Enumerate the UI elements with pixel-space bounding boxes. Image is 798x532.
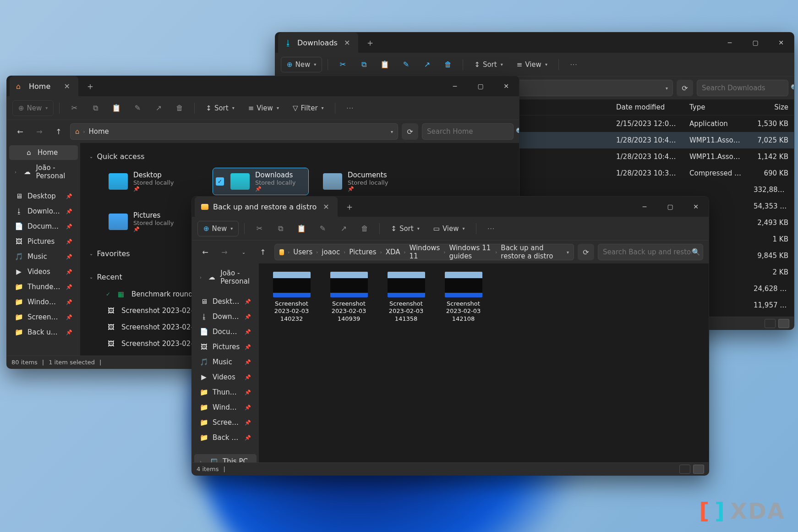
more-icon[interactable]: ⋯ bbox=[482, 220, 500, 237]
refresh-button[interactable]: ⟳ bbox=[578, 244, 594, 260]
new-button[interactable]: ⊕ New▾ bbox=[12, 100, 54, 116]
sidebar-item[interactable]: 🎵Music📌 bbox=[9, 249, 78, 264]
sidebar-item[interactable]: ▶Videos📌 bbox=[9, 264, 78, 279]
paste-icon[interactable]: 📋 bbox=[292, 220, 311, 237]
breadcrumb-segment[interactable]: Windows 11 bbox=[409, 244, 440, 260]
rename-icon[interactable]: ✎ bbox=[128, 100, 147, 116]
forward-button[interactable]: → bbox=[32, 124, 47, 139]
delete-icon[interactable]: 🗑 bbox=[355, 220, 374, 237]
close-button[interactable]: ✕ bbox=[493, 76, 519, 96]
rename-icon[interactable]: ✎ bbox=[313, 220, 332, 237]
close-button[interactable]: ✕ bbox=[768, 33, 794, 53]
quick-access-item[interactable]: PicturesStored locally📌 bbox=[106, 205, 201, 238]
sidebar-item[interactable]: 📁Screenshots📌 bbox=[9, 310, 78, 324]
more-icon[interactable]: ⋯ bbox=[564, 56, 583, 73]
copy-icon[interactable]: ⧉ bbox=[86, 100, 104, 116]
close-button[interactable]: ✕ bbox=[683, 197, 709, 217]
search-input[interactable] bbox=[603, 248, 692, 256]
maximize-button[interactable]: ▢ bbox=[743, 33, 768, 53]
search-box[interactable]: 🔍 bbox=[598, 244, 703, 260]
file-thumbnail[interactable]: Screenshot2023-02-03142108 bbox=[442, 272, 485, 323]
refresh-button[interactable]: ⟳ bbox=[402, 123, 418, 140]
view-mode-toggle[interactable] bbox=[765, 319, 789, 328]
breadcrumb-segment[interactable]: Back up and restore a distro bbox=[501, 244, 563, 260]
file-thumbnail[interactable]: Screenshot2023-02-03140939 bbox=[327, 272, 371, 323]
share-icon[interactable]: ↗ bbox=[334, 220, 353, 237]
sort-button[interactable]: ↕ Sort▾ bbox=[200, 101, 240, 115]
sidebar-item[interactable]: 📁Back up and res📌 bbox=[194, 430, 257, 445]
paste-icon[interactable]: 📋 bbox=[376, 56, 394, 73]
sidebar-item[interactable]: 🎵Music📌 bbox=[194, 355, 257, 369]
delete-icon[interactable]: 🗑 bbox=[170, 100, 189, 116]
sidebar-item[interactable]: 📄Documents📌 bbox=[9, 219, 78, 234]
search-input[interactable] bbox=[427, 127, 516, 136]
view-button[interactable]: ≡ View▾ bbox=[511, 57, 553, 72]
sidebar-item[interactable]: ⭳Downloads📌 bbox=[9, 204, 78, 219]
sort-button[interactable]: ↕ Sort▾ bbox=[469, 57, 508, 72]
breadcrumb-segment[interactable]: joaoc bbox=[322, 248, 340, 256]
sidebar-item[interactable]: ›☁João - Personal bbox=[9, 160, 78, 183]
rename-icon[interactable]: ✎ bbox=[397, 56, 415, 73]
sidebar-item[interactable]: ▶Videos📌 bbox=[194, 370, 257, 384]
sidebar-item[interactable]: 🖥Desktop📌 bbox=[9, 189, 78, 203]
breadcrumb-segment[interactable]: Windows 11 guides bbox=[449, 244, 492, 260]
filter-button[interactable]: ▽ Filter▾ bbox=[287, 101, 329, 115]
search-input[interactable] bbox=[702, 84, 791, 92]
sidebar-item[interactable]: ›💻This PC bbox=[194, 454, 257, 462]
search-box[interactable]: 🔍 bbox=[697, 80, 788, 96]
new-button[interactable]: ⊕ New▾ bbox=[197, 221, 239, 236]
share-icon[interactable]: ↗ bbox=[418, 56, 436, 73]
minimize-button[interactable]: ─ bbox=[442, 76, 468, 96]
breadcrumb-segment[interactable]: XDA bbox=[386, 248, 400, 256]
col-size[interactable]: Size bbox=[748, 103, 794, 111]
delete-icon[interactable]: 🗑 bbox=[439, 56, 457, 73]
copy-icon[interactable]: ⧉ bbox=[271, 220, 290, 237]
maximize-button[interactable]: ▢ bbox=[468, 76, 493, 96]
cut-icon[interactable]: ✂ bbox=[65, 100, 83, 116]
new-button[interactable]: ⊕New▾ bbox=[281, 57, 322, 72]
maximize-button[interactable]: ▢ bbox=[657, 197, 683, 217]
col-date[interactable]: Date modified bbox=[611, 103, 684, 111]
copy-icon[interactable]: ⧉ bbox=[355, 56, 373, 73]
forward-button[interactable]: → bbox=[217, 244, 232, 260]
minimize-button[interactable]: ─ bbox=[632, 197, 657, 217]
file-thumbnail[interactable]: Screenshot2023-02-03141358 bbox=[384, 272, 428, 323]
sidebar-item[interactable]: 🖥Desktop📌 bbox=[194, 294, 257, 309]
sidebar-item[interactable]: ⭳Downloads📌 bbox=[194, 309, 257, 324]
breadcrumb-segment[interactable]: Users bbox=[293, 248, 312, 256]
more-icon[interactable]: ⋯ bbox=[341, 100, 359, 116]
quick-access-item[interactable]: ✓DownloadsStored locally📌 bbox=[213, 168, 308, 195]
cut-icon[interactable]: ✂ bbox=[333, 56, 352, 73]
back-button[interactable]: ← bbox=[197, 244, 213, 260]
address-bar[interactable]: ⌂ › Home ▾ bbox=[70, 123, 398, 140]
share-icon[interactable]: ↗ bbox=[149, 100, 168, 116]
sidebar-item[interactable]: 📁Windows 11📌 bbox=[9, 295, 78, 309]
sidebar-item[interactable]: 📁Screenshots📌 bbox=[194, 415, 257, 430]
tab-downloads[interactable]: ⭳ Downloads ✕ bbox=[278, 33, 358, 53]
quick-access-item[interactable]: DocumentsStored locally📌 bbox=[320, 168, 415, 195]
view-button[interactable]: ≡ View▾ bbox=[243, 101, 284, 115]
sidebar-item[interactable]: 📄Documents📌 bbox=[194, 324, 257, 339]
sidebar-item[interactable]: 📁Thunderbolt📌 bbox=[194, 385, 257, 400]
recent-locations-button[interactable]: ⌄ bbox=[236, 244, 251, 260]
add-tab-button[interactable]: ＋ bbox=[338, 201, 361, 213]
sidebar-item[interactable]: 📁Thunderbolt📌 bbox=[9, 280, 78, 294]
quick-access-item[interactable]: DesktopStored locally📌 bbox=[106, 168, 201, 195]
cut-icon[interactable]: ✂ bbox=[250, 220, 268, 237]
sort-button[interactable]: ↕ Sort▾ bbox=[385, 221, 425, 236]
view-mode-toggle[interactable] bbox=[679, 465, 704, 474]
breadcrumb[interactable]: Home bbox=[89, 127, 109, 136]
add-tab-button[interactable]: ＋ bbox=[358, 37, 382, 49]
add-tab-button[interactable]: ＋ bbox=[78, 80, 102, 93]
sidebar-item[interactable]: 📁Back up and res📌 bbox=[9, 325, 78, 340]
tab-backup[interactable]: Back up and restore a distro ✕ bbox=[195, 197, 338, 217]
sidebar-item[interactable]: 🖼Pictures📌 bbox=[9, 234, 78, 249]
file-thumbnail[interactable]: Screenshot2023-02-03140232 bbox=[270, 272, 313, 323]
tab-close-icon[interactable]: ✕ bbox=[321, 203, 331, 211]
up-button[interactable]: ↑ bbox=[255, 244, 271, 260]
view-button[interactable]: ▭ View▾ bbox=[428, 221, 470, 236]
sidebar-item[interactable]: ⌂Home bbox=[9, 145, 78, 160]
sidebar-item[interactable]: 📁Windows 11📌 bbox=[194, 400, 257, 415]
col-type[interactable]: Type bbox=[684, 103, 748, 111]
tab-close-icon[interactable]: ✕ bbox=[342, 38, 352, 47]
